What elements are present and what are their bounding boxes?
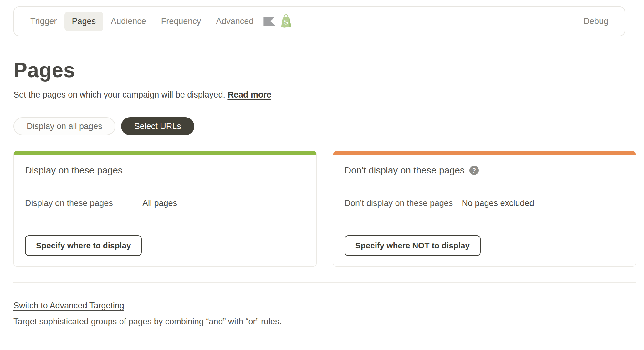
page-description: Set the pages on which your campaign wil… bbox=[13, 90, 636, 100]
include-setting-row: Display on these pages All pages bbox=[25, 198, 305, 209]
svg-text:S: S bbox=[284, 18, 289, 26]
exclude-setting-row: Don’t display on these pages No pages ex… bbox=[345, 198, 625, 209]
exclude-card-body: Don’t display on these pages No pages ex… bbox=[333, 186, 636, 266]
exclude-setting-label: Don’t display on these pages bbox=[345, 198, 462, 209]
switch-advanced-targeting-link[interactable]: Switch to Advanced Targeting bbox=[13, 301, 124, 311]
include-card-title: Display on these pages bbox=[25, 165, 123, 176]
include-setting-value: All pages bbox=[142, 198, 177, 209]
tab-debug[interactable]: Debug bbox=[576, 12, 616, 31]
nav-icon-group: S bbox=[263, 14, 292, 28]
display-all-pages-pill[interactable]: Display on all pages bbox=[13, 117, 115, 135]
include-card: Display on these pages Display on these … bbox=[13, 151, 317, 267]
tab-audience[interactable]: Audience bbox=[103, 12, 154, 31]
tab-frequency[interactable]: Frequency bbox=[154, 12, 209, 31]
page-description-text: Set the pages on which your campaign wil… bbox=[13, 90, 225, 99]
exclude-card-header: Don't display on these pages ? bbox=[333, 155, 636, 186]
top-nav: Trigger Pages Audience Frequency Advance… bbox=[13, 6, 625, 36]
page-title: Pages bbox=[13, 58, 636, 82]
tab-trigger[interactable]: Trigger bbox=[23, 12, 64, 31]
include-card-accent-bar bbox=[14, 151, 316, 155]
exclude-setting-value: No pages excluded bbox=[462, 198, 534, 209]
specify-where-not-to-display-button[interactable]: Specify where NOT to display bbox=[345, 235, 481, 256]
select-urls-pill[interactable]: Select URLs bbox=[121, 117, 194, 135]
page-mode-toggle: Display on all pages Select URLs bbox=[13, 117, 636, 135]
targeting-cards: Display on these pages Display on these … bbox=[13, 151, 636, 267]
include-card-header: Display on these pages bbox=[14, 155, 316, 186]
flag-icon bbox=[263, 17, 275, 26]
tab-advanced[interactable]: Advanced bbox=[208, 12, 261, 31]
read-more-link[interactable]: Read more bbox=[227, 90, 271, 99]
shopify-icon: S bbox=[280, 14, 292, 28]
exclude-card: Don't display on these pages ? Don’t dis… bbox=[333, 151, 636, 267]
footer-divider bbox=[13, 282, 636, 283]
help-icon[interactable]: ? bbox=[469, 166, 479, 175]
tab-pages[interactable]: Pages bbox=[64, 12, 104, 31]
specify-where-to-display-button[interactable]: Specify where to display bbox=[25, 235, 142, 256]
main-content: Pages Set the pages on which your campai… bbox=[0, 58, 644, 327]
exclude-card-title: Don't display on these pages bbox=[345, 165, 465, 176]
include-setting-label: Display on these pages bbox=[25, 198, 142, 209]
include-card-body: Display on these pages All pages Specify… bbox=[14, 186, 316, 266]
exclude-card-accent-bar bbox=[333, 151, 636, 155]
advanced-targeting-description: Target sophisticated groups of pages by … bbox=[13, 317, 636, 327]
